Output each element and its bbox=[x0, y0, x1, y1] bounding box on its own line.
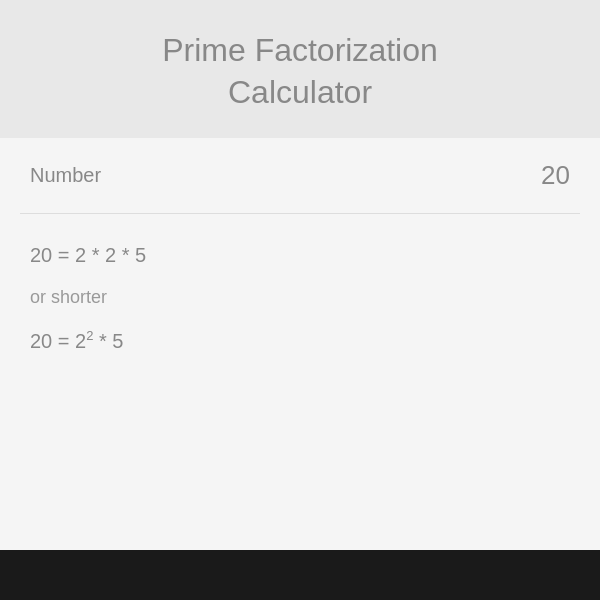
page-title: Prime Factorization Calculator bbox=[20, 30, 580, 113]
compact-prefix: 20 = 2 bbox=[30, 330, 86, 352]
number-label: Number bbox=[30, 164, 101, 187]
or-shorter-label: or shorter bbox=[30, 287, 570, 308]
main-content: Number 20 = 2 * 2 * 5 or shorter 20 = 22… bbox=[0, 138, 600, 600]
expanded-result: 20 = 2 * 2 * 5 bbox=[30, 244, 570, 267]
page-wrapper: Prime Factorization Calculator Number 20… bbox=[0, 0, 600, 600]
header-section: Prime Factorization Calculator bbox=[0, 0, 600, 138]
number-input[interactable] bbox=[450, 160, 570, 191]
result-section: 20 = 2 * 2 * 5 or shorter 20 = 22 * 5 bbox=[20, 234, 580, 363]
compact-result: 20 = 22 * 5 bbox=[30, 328, 570, 353]
bottom-bar bbox=[0, 550, 600, 600]
compact-suffix: * 5 bbox=[93, 330, 123, 352]
input-row: Number bbox=[20, 138, 580, 214]
